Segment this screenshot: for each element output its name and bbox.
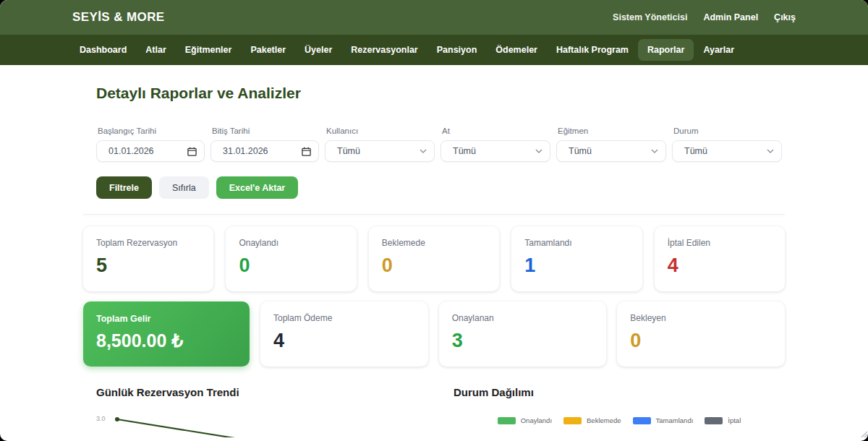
legend-label: Onaylandı [521,416,552,424]
legend-item-tamamlandi: Tamamlandı [633,416,694,424]
stats-row-1: Toplam Rezervasyon 5 Onaylandı 0 Bekleme… [83,226,785,291]
nav-item-egitmenler[interactable]: Eğitmenler [176,39,242,61]
status-filter-label: Durum [672,127,782,135]
reset-button[interactable]: Sıfırla [159,176,209,199]
chevron-down-icon [535,149,542,153]
app-window: SEYİS & MORE Sistem Yöneticisi Admin Pan… [0,0,868,441]
legend-swatch-icon [633,417,651,424]
stat-value: 0 [382,256,486,275]
legend-item-iptal: İptal [705,416,741,424]
horse-filter-field: At Tümü [441,127,550,162]
stat-card-toplam-odeme: Toplam Ödeme 4 [260,301,428,367]
nav-item-pansiyon[interactable]: Pansiyon [427,39,487,61]
daily-trend-title: Günlük Rezervasyon Trendi [96,386,430,398]
stat-value: 4 [273,331,415,351]
admin-panel-link[interactable]: Admin Panel [703,12,758,22]
end-date-input[interactable]: 31.01.2026 [210,140,319,162]
start-date-input[interactable]: 01.01.2026 [96,140,205,162]
stat-label: Toplam Ödeme [273,313,415,323]
calendar-icon[interactable] [187,147,197,156]
section-divider [83,214,785,215]
stats-row-2: Toplam Gelir 8,500.00 ₺ Toplam Ödeme 4 O… [83,301,785,367]
stat-card-beklemede: Beklemede 0 [369,226,499,291]
page-title: Detaylı Raporlar ve Analizler [96,85,785,102]
user-name: Sistem Yöneticisi [613,12,687,22]
stat-label: Bekleyen [630,313,772,323]
stat-card-toplam-rezervasyon: Toplam Rezervasyon 5 [83,226,213,291]
trainer-filter-label: Eğitmen [556,127,666,135]
calendar-icon[interactable] [302,147,311,156]
export-excel-button[interactable]: Excel'e Aktar [216,176,299,199]
chevron-down-icon [420,149,427,153]
start-date-label: Başlangıç Tarihi [96,127,205,135]
end-date-field: Bitiş Tarihi 31.01.2026 [210,127,319,162]
legend-item-beklemede: Beklemede [563,416,621,424]
start-date-value: 01.01.2026 [109,146,154,156]
header-actions: Sistem Yöneticisi Admin Panel Çıkış [613,12,796,22]
resize-grip-icon[interactable] [860,427,867,440]
status-distribution-chart: Durum Dağılımı Onaylandı Beklemede Tamam… [430,386,785,437]
nav-item-dashboard[interactable]: Dashboard [70,39,136,61]
stat-label: Onaylanan [452,313,594,323]
nav-item-ayarlar[interactable]: Ayarlar [694,39,744,61]
daily-trend-plot: 3.0 [96,414,430,437]
trainer-filter-field: Eğitmen Tümü [556,127,666,162]
status-filter-field: Durum Tümü [672,127,782,162]
chart-legend: Onaylandı Beklemede Tamamlandı İptal [454,416,785,424]
stat-card-toplam-gelir: Toplam Gelir 8,500.00 ₺ [83,301,250,367]
legend-swatch-icon [563,417,582,424]
stat-value: 3 [452,331,594,351]
legend-item-onaylandi: Onaylandı [498,416,552,424]
stat-label: Toplam Gelir [96,314,237,324]
main-navigation: Dashboard Atlar Eğitmenler Paketler Üyel… [0,35,868,65]
nav-item-odemeler[interactable]: Ödemeler [486,39,547,61]
legend-swatch-icon [498,417,516,424]
logout-link[interactable]: Çıkış [774,12,796,22]
stat-card-iptal-edilen: İptal Edilen 4 [655,226,785,291]
horse-filter-value: Tümü [453,146,476,156]
nav-item-paketler[interactable]: Paketler [241,39,295,61]
status-filter-select[interactable]: Tümü [672,140,782,162]
stat-value: 1 [524,256,629,275]
stat-label: Tamamlandı [524,238,629,248]
user-filter-label: Kullanıcı [325,127,435,135]
chevron-down-icon [767,149,774,153]
start-date-field: Başlangıç Tarihi 01.01.2026 [96,127,205,162]
nav-item-rezervasyonlar[interactable]: Rezervasyonlar [341,39,427,61]
page-content: Detaylı Raporlar ve Analizler Başlangıç … [83,85,785,437]
user-filter-field: Kullanıcı Tümü [325,127,435,162]
stat-label: İptal Edilen [668,238,772,248]
legend-swatch-icon [705,417,723,424]
status-distribution-title: Durum Dağılımı [454,386,785,398]
stat-value: 4 [668,256,772,275]
charts-section: Günlük Rezervasyon Trendi 3.0 Durum Dağı… [83,386,785,437]
top-header: SEYİS & MORE Sistem Yöneticisi Admin Pan… [0,0,868,35]
stat-value: 0 [630,331,772,351]
end-date-label: Bitiş Tarihi [210,127,319,135]
data-point-marker [115,417,119,421]
nav-item-atlar[interactable]: Atlar [136,39,175,61]
app-logo: SEYİS & MORE [72,10,165,25]
stat-value: 0 [239,256,343,275]
horse-filter-select[interactable]: Tümü [441,140,550,162]
filter-button[interactable]: Filtrele [96,176,152,199]
daily-trend-chart: Günlük Rezervasyon Trendi 3.0 [83,386,430,437]
filters-bar: Başlangıç Tarihi 01.01.2026 Bitiş Tarihi… [96,127,785,162]
nav-item-uyeler[interactable]: Üyeler [295,39,341,61]
stat-card-onaylanan: Onaylanan 3 [439,301,607,367]
legend-label: Beklemede [587,416,621,424]
user-filter-select[interactable]: Tümü [325,140,435,162]
trainer-filter-select[interactable]: Tümü [556,140,666,162]
legend-label: İptal [728,416,741,424]
nav-item-raporlar[interactable]: Raporlar [638,39,694,61]
legend-label: Tamamlandı [656,416,694,424]
status-filter-value: Tümü [684,146,707,156]
trend-line-chart [109,414,427,437]
stat-card-tamamlandi: Tamamlandı 1 [511,226,642,291]
stat-label: Beklemede [382,238,486,248]
stat-label: Onaylandı [239,238,343,248]
stat-value: 8,500.00 ₺ [96,332,237,350]
chevron-down-icon [651,149,658,153]
nav-item-haftalik-program[interactable]: Haftalık Program [547,39,638,61]
filter-actions: Filtrele Sıfırla Excel'e Aktar [96,176,785,199]
